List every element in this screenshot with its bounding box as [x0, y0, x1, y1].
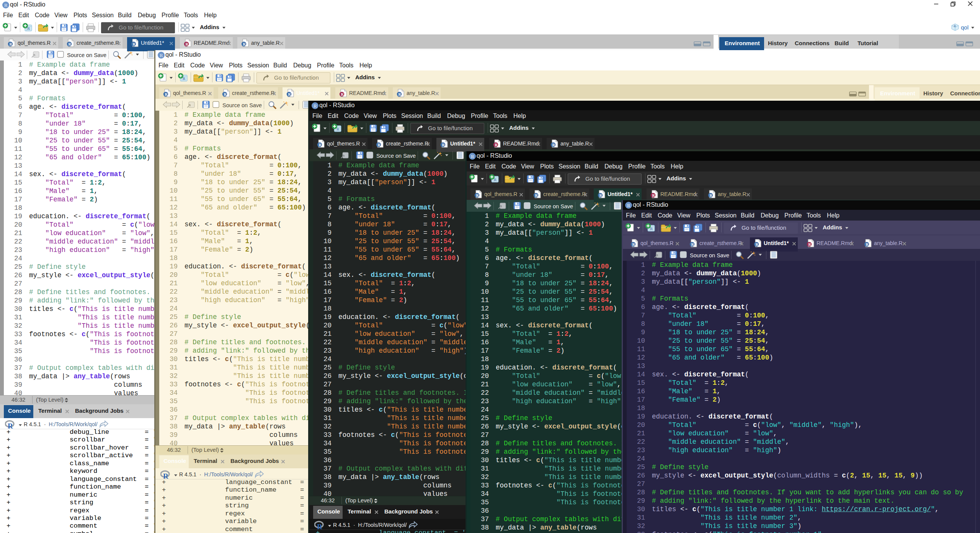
svg-text:R: R: [341, 92, 344, 96]
svg-text:R: R: [954, 24, 956, 28]
svg-text:R: R: [495, 143, 498, 147]
svg-text:R: R: [442, 143, 445, 147]
svg-text:R: R: [319, 143, 322, 147]
svg-text:R: R: [552, 143, 555, 147]
svg-text:R: R: [378, 143, 381, 147]
svg-text:R: R: [599, 193, 603, 198]
svg-text:R: R: [288, 92, 291, 96]
svg-text:R: R: [399, 92, 402, 96]
svg-text:R: R: [691, 242, 694, 247]
svg-text:R: R: [756, 242, 759, 247]
svg-text:R: R: [160, 52, 163, 58]
svg-text:R: R: [652, 193, 655, 198]
svg-text:R: R: [808, 242, 812, 247]
svg-text:R: R: [133, 42, 136, 46]
svg-text:R: R: [535, 193, 538, 198]
svg-text:R: R: [314, 103, 317, 109]
svg-text:R: R: [186, 42, 189, 46]
svg-text:R: R: [471, 154, 474, 159]
svg-text:R: R: [710, 193, 713, 198]
svg-text:R: R: [224, 92, 227, 96]
svg-text:R: R: [627, 203, 630, 208]
svg-text:R: R: [476, 193, 479, 198]
svg-text:R: R: [866, 242, 869, 247]
svg-text:R: R: [4, 2, 8, 8]
svg-text:R: R: [165, 92, 168, 96]
svg-text:R: R: [69, 42, 72, 46]
svg-text:R: R: [10, 42, 13, 46]
svg-text:R: R: [243, 42, 246, 46]
svg-text:R: R: [632, 242, 635, 247]
